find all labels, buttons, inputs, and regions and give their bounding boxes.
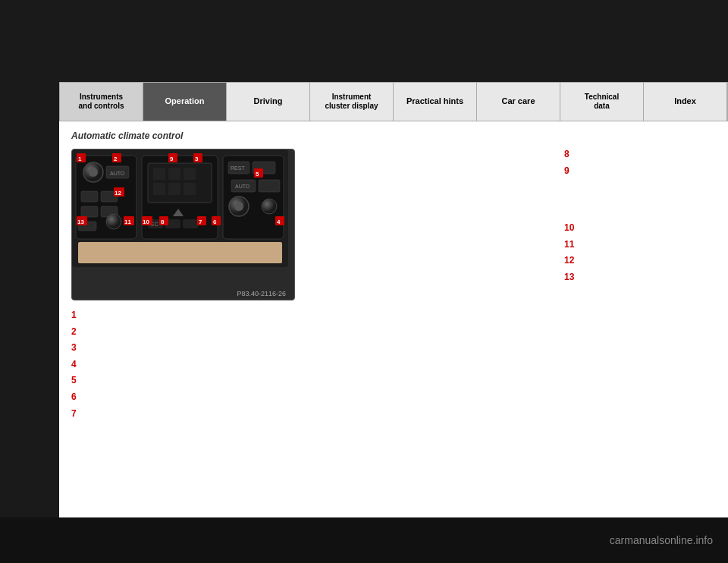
svg-text:5: 5	[256, 171, 259, 178]
bottom-bar: carmanualsonline.info	[0, 517, 728, 563]
svg-text:12: 12	[115, 190, 121, 197]
svg-text:REST: REST	[231, 165, 245, 171]
list-item-10: 10	[564, 222, 716, 234]
list-item-1: 1	[71, 310, 549, 322]
nav-item-car-care[interactable]: Car care	[477, 83, 560, 121]
svg-text:4: 4	[277, 219, 281, 225]
svg-text:11: 11	[124, 219, 131, 225]
list-item-13: 13	[564, 272, 716, 284]
svg-rect-6	[81, 191, 98, 202]
left-section: AUTO	[71, 149, 549, 424]
svg-text:7: 7	[199, 219, 202, 225]
nav-item-operation[interactable]: Operation	[143, 83, 227, 121]
list-item-8: 8	[564, 149, 716, 161]
nav-item-practical-hints[interactable]: Practical hints	[394, 83, 477, 121]
content-area: Automatic climate control	[59, 121, 728, 517]
numbered-list-left: 1 2 3 4 5	[71, 310, 549, 420]
nav-item-index[interactable]: Index	[644, 83, 727, 121]
svg-point-34	[262, 199, 277, 214]
svg-rect-31	[259, 180, 280, 192]
nav-item-technical-data[interactable]: Technical data	[560, 83, 644, 121]
nav-item-instruments[interactable]: Instruments and controls	[60, 83, 143, 121]
svg-rect-17	[153, 183, 165, 195]
list-item-4: 4	[71, 359, 549, 371]
svg-text:AUTO: AUTO	[110, 171, 125, 176]
svg-text:1: 1	[78, 156, 82, 162]
list-item-3: 3	[71, 342, 549, 354]
watermark-text: carmanualsonline.info	[610, 534, 713, 546]
list-item-7: 7	[71, 408, 549, 420]
nav-item-instrument-cluster[interactable]: Instrument cluster display	[310, 83, 394, 121]
right-section: 8 9 10 11	[564, 149, 716, 424]
svg-text:8: 8	[161, 219, 165, 225]
image-caption: P83.40-2116-26	[237, 290, 286, 297]
svg-rect-14	[153, 168, 165, 180]
svg-point-10	[106, 214, 121, 229]
main-layout: AUTO	[71, 149, 716, 424]
climate-control-image: AUTO	[71, 149, 295, 300]
numbered-list-right: 8 9 10 11	[564, 149, 716, 284]
svg-rect-19	[184, 183, 196, 195]
svg-rect-8	[81, 206, 98, 217]
nav-item-driving[interactable]: Driving	[227, 83, 310, 121]
svg-point-33	[234, 202, 243, 211]
svg-text:13: 13	[77, 219, 84, 225]
svg-point-3	[89, 168, 98, 177]
page-container: Instruments and controls Operation Drivi…	[0, 0, 728, 563]
svg-text:6: 6	[213, 219, 217, 225]
svg-text:2: 2	[114, 156, 118, 162]
svg-text:9: 9	[170, 156, 174, 162]
navigation-bar: Instruments and controls Operation Drivi…	[59, 82, 728, 121]
svg-rect-16	[184, 168, 196, 180]
list-item-11: 11	[564, 239, 716, 251]
svg-rect-18	[168, 183, 180, 195]
svg-rect-23	[183, 219, 198, 228]
svg-rect-15	[168, 168, 180, 180]
svg-text:AUTO: AUTO	[235, 184, 250, 189]
climate-control-svg: AUTO	[72, 149, 288, 267]
list-item-12: 12	[564, 255, 716, 267]
list-item-5: 5	[71, 375, 549, 387]
svg-text:10: 10	[143, 219, 149, 225]
list-item-9: 9	[564, 165, 716, 178]
list-item-2: 2	[71, 326, 549, 338]
page-title: Automatic climate control	[71, 131, 716, 141]
svg-rect-35	[78, 242, 282, 263]
svg-text:3: 3	[195, 156, 199, 162]
list-item-6: 6	[71, 392, 549, 404]
